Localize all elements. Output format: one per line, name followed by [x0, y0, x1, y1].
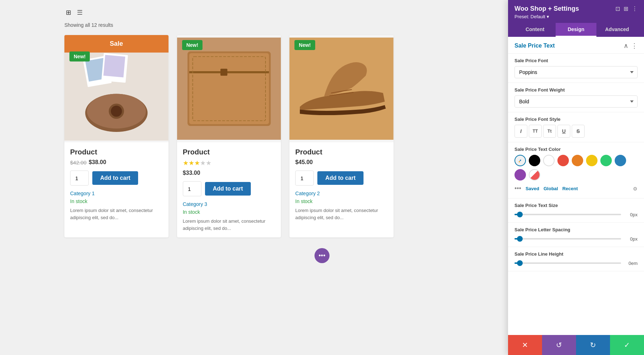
tab-advanced[interactable]: Advanced [596, 23, 638, 37]
color-settings-icon[interactable]: ⚙ [633, 186, 638, 192]
global-colors-tab[interactable]: Global [543, 186, 558, 191]
panel-title-row: Woo Shop + Settings ⊡ ⊞ ⋮ [514, 5, 638, 13]
sale-price-font-field: Sale Price Font Poppins Arial Roboto [508, 54, 644, 83]
svg-rect-4 [103, 55, 125, 78]
svg-point-8 [111, 105, 122, 117]
color-orange[interactable] [572, 155, 583, 166]
view-controls: ⊞ ☰ [64, 7, 580, 18]
redo-button[interactable]: ↻ [576, 335, 610, 355]
size-slider-row: 0px [514, 211, 638, 218]
color-red[interactable] [557, 155, 569, 166]
saved-colors-tab[interactable]: Saved [526, 186, 539, 191]
color-eraser[interactable] [529, 169, 540, 181]
more-options-icon[interactable]: ⋮ [632, 5, 638, 12]
product-image-wrap: New! [177, 35, 281, 142]
sale-price-text-size-field: Sale Price Text Size 0px [508, 198, 644, 223]
color-white[interactable] [543, 155, 555, 166]
pagination: ••• [64, 248, 580, 263]
panel-preset: Preset: Default ▾ [514, 14, 638, 19]
expand-icon[interactable]: ⊡ [615, 5, 620, 12]
color-purple[interactable] [514, 169, 526, 181]
uppercase-style-button[interactable]: TT [529, 125, 542, 138]
add-to-cart-button[interactable]: Add to cart [317, 171, 363, 185]
panel-tabs: Content Design Advanced [514, 23, 638, 37]
new-price: $38.00 [89, 159, 106, 166]
category-link[interactable]: Category 2 [295, 191, 388, 196]
category-link[interactable]: Category 1 [70, 191, 163, 196]
product-name: Product [295, 148, 388, 156]
product-image [289, 35, 394, 142]
quantity-input[interactable] [295, 171, 314, 186]
add-to-cart-row: Add to cart [70, 171, 163, 186]
line-height-slider[interactable] [514, 260, 621, 267]
quantity-input[interactable] [183, 181, 201, 196]
products-grid: Sale New! Product [64, 35, 394, 237]
size-value: 0px [625, 212, 638, 217]
more-options-button[interactable]: ••• [314, 248, 330, 263]
capitalize-style-button[interactable]: Tt [543, 125, 556, 138]
color-blue[interactable] [615, 155, 626, 166]
field-label: Sale Price Text Color [514, 147, 638, 152]
product-name: Product [70, 148, 163, 156]
in-stock-badge: In stock [183, 209, 275, 215]
strikethrough-style-button[interactable]: S [572, 125, 585, 138]
quantity-input[interactable] [70, 171, 89, 186]
sale-banner: Sale [64, 35, 169, 53]
category-link[interactable]: Category 3 [183, 201, 275, 207]
add-to-cart-button[interactable]: Add to cart [205, 182, 251, 196]
add-to-cart-row: Add to cart [183, 181, 275, 196]
panel-actions: ✕ ↺ ↻ ✓ [508, 335, 644, 355]
new-badge: New! [69, 51, 90, 61]
new-badge: New! [182, 40, 203, 50]
in-stock-badge: In stock [295, 198, 388, 204]
section-actions: ∧ ⋮ [624, 42, 638, 50]
eyedropper-tool[interactable] [514, 155, 526, 166]
product-info: Product $45.00 Add to cart Category 2 In… [289, 142, 394, 227]
product-image-wrap: New! [289, 35, 394, 142]
italic-style-button[interactable]: I [514, 125, 527, 138]
field-label: Sale Price Font Style [514, 117, 638, 122]
font-weight-select[interactable]: Bold Normal Light Extra Bold [514, 95, 638, 108]
product-description: Lorem ipsum dolor sit amet, consectetur … [70, 207, 163, 221]
color-green[interactable] [600, 155, 612, 166]
field-label: Sale Price Letter Spacing [514, 227, 638, 232]
product-description: Lorem ipsum dolor sit amet, consectetur … [183, 218, 275, 232]
color-yellow[interactable] [586, 155, 597, 166]
section-more-button[interactable]: ⋮ [631, 42, 638, 50]
product-info: Product ★★★★★ $33.00 Add to cart Categor… [177, 142, 281, 237]
in-stock-badge: In stock [70, 198, 163, 204]
sale-price-letter-spacing-field: Sale Price Letter Spacing 0px [508, 223, 644, 247]
tab-content[interactable]: Content [514, 23, 556, 37]
product-card: New! Product $45.00 [289, 35, 394, 237]
sale-price-font-weight-field: Sale Price Font Weight Bold Normal Light… [508, 83, 644, 112]
letter-spacing-slider-row: 0px [514, 235, 638, 242]
letter-spacing-slider[interactable] [514, 235, 621, 242]
panel-header: Woo Shop + Settings ⊡ ⊞ ⋮ Preset: Defaul… [508, 0, 644, 37]
undo-button[interactable]: ↺ [542, 335, 576, 355]
field-label: Sale Price Font Weight [514, 87, 638, 93]
save-button[interactable]: ✓ [610, 335, 644, 355]
recent-colors-tab[interactable]: Recent [562, 186, 578, 191]
tab-design[interactable]: Design [556, 23, 597, 37]
price-row: $42.00 $38.00 [70, 159, 163, 166]
size-slider[interactable] [514, 211, 621, 218]
color-more-dots[interactable]: ••• [514, 185, 521, 192]
cancel-button[interactable]: ✕ [508, 335, 542, 355]
sale-price-font-style-field: Sale Price Font Style I TT Tt U S [508, 112, 644, 142]
list-view-button[interactable]: ☰ [75, 7, 84, 18]
svg-rect-13 [220, 69, 227, 75]
preset-label[interactable]: Preset: Default [514, 14, 545, 19]
add-to-cart-row: Add to cart [295, 171, 388, 186]
old-price: $42.00 [70, 159, 87, 166]
underline-style-button[interactable]: U [557, 125, 570, 138]
svg-rect-16 [519, 161, 520, 162]
product-card: New! Product ★★★★★ $33.00 [177, 35, 281, 237]
color-black[interactable] [529, 155, 540, 166]
grid-view-button[interactable]: ⊞ [64, 7, 73, 18]
add-to-cart-button[interactable]: Add to cart [92, 171, 138, 185]
font-select[interactable]: Poppins Arial Roboto [514, 66, 638, 78]
color-swatches [514, 155, 638, 183]
columns-icon[interactable]: ⊞ [624, 5, 628, 12]
collapse-section-button[interactable]: ∧ [624, 42, 628, 50]
preset-arrow[interactable]: ▾ [547, 14, 549, 19]
